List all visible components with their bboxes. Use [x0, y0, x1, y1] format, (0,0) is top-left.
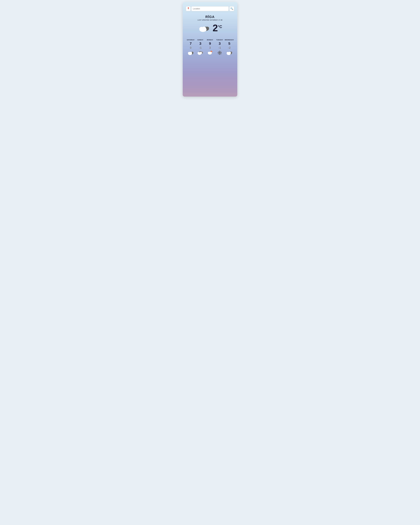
current-temp-display: 2°C — [213, 23, 222, 33]
svg-point-38 — [228, 52, 231, 54]
day-low-wednesday: -2 — [228, 46, 231, 49]
day-low-tuesday: -1 — [218, 46, 221, 49]
search-button[interactable]: 🔍 — [229, 6, 234, 11]
day-high-wednesday: 5 — [228, 42, 230, 45]
forecast-day-wednesday: WEDNESDAY 5 -2 — [224, 39, 234, 55]
day-low-sunday: -1 — [199, 46, 202, 49]
day-icon-monday — [207, 50, 213, 55]
svg-line-21 — [210, 55, 211, 55]
current-weather-icon — [198, 23, 211, 33]
svg-point-14 — [199, 52, 202, 54]
day-icon-saturday — [188, 50, 194, 55]
svg-point-4 — [202, 27, 206, 30]
svg-line-20 — [210, 55, 210, 55]
svg-point-9 — [190, 52, 192, 54]
day-high-sunday: 3 — [199, 42, 201, 45]
city-name: RĪGA — [186, 15, 234, 19]
day-name-sunday: SUNDAY — [197, 39, 203, 41]
current-temp-value: 2°C — [213, 23, 222, 33]
last-updated: LAST UPDATED SATURDAY 17:48 — [186, 19, 234, 21]
day-low-monday: 3 — [209, 46, 211, 49]
forecast-day-monday: MONDAY 9 3 — [205, 39, 215, 55]
svg-line-19 — [209, 55, 209, 55]
day-icon-sunday — [197, 50, 203, 55]
forecast-day-sunday: SUNDAY 3 -1 — [196, 39, 205, 55]
current-weather: 2°C — [186, 23, 234, 33]
day-high-tuesday: 3 — [219, 42, 221, 45]
forecast-section: SATURDAY 7 0 SUNDAY 3 -1 — [186, 39, 234, 55]
day-name-saturday: SATURDAY — [187, 39, 195, 41]
day-name-monday: MONDAY — [207, 39, 213, 41]
location-pin-button[interactable]: 📍 — [186, 6, 191, 11]
day-name-wednesday: WEDNESDAY — [225, 39, 234, 41]
weather-card: 📍 🔍 RĪGA LAST UPDATED SATURDAY 17:48 — [183, 2, 237, 97]
day-icon-wednesday — [226, 50, 232, 55]
search-icon: 🔍 — [230, 7, 233, 10]
city-section: RĪGA LAST UPDATED SATURDAY 17:48 — [186, 15, 234, 21]
pin-icon: 📍 — [187, 7, 190, 10]
search-bar: 📍 🔍 — [186, 6, 234, 11]
forecast-days: SATURDAY 7 0 SUNDAY 3 -1 — [186, 39, 234, 55]
forecast-day-saturday: SATURDAY 7 0 — [186, 39, 196, 55]
forecast-day-tuesday: TUESDAY 3 -1 — [215, 39, 224, 55]
day-icon-tuesday — [217, 50, 223, 55]
day-name-tuesday: TUESDAY — [216, 39, 223, 41]
day-high-monday: 9 — [209, 42, 211, 45]
svg-point-18 — [209, 52, 212, 54]
search-input[interactable] — [191, 6, 229, 11]
day-high-saturday: 7 — [190, 42, 192, 45]
day-low-saturday: 0 — [190, 46, 192, 49]
